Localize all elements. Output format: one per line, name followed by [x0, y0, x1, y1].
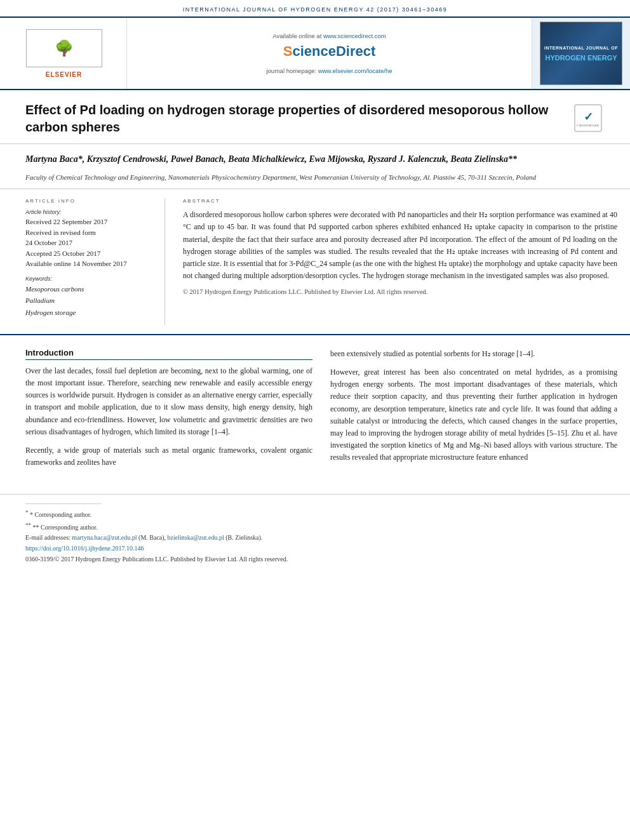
- authors-names: Martyna Baca*, Krzysztof Cendrowski, Paw…: [25, 152, 605, 167]
- journal-header-bar: INTERNATIONAL JOURNAL OF HYDROGEN ENERGY…: [0, 0, 630, 18]
- history-label: Article history:: [25, 209, 153, 215]
- abstract-label: ABSTRACT: [183, 198, 617, 204]
- journal-homepage: journal homepage: www.elsevier.com/locat…: [266, 67, 392, 74]
- keywords-label: Keywords:: [25, 276, 153, 282]
- keyword-1: Mesoporous carbons: [25, 283, 153, 295]
- abstract-paragraph: A disordered mesoporous hollow carbon sp…: [183, 209, 617, 282]
- intro-para-2: Recently, a wide group of materials such…: [25, 444, 312, 469]
- available-online-date: Available online 14 November 2017: [25, 258, 153, 269]
- journal-cover-area: INTERNATIONAL JOURNAL OF HYDROGEN ENERGY: [532, 18, 630, 89]
- received-date: Received 22 September 2017: [25, 217, 153, 227]
- abstract-col: ABSTRACT A disordered mesoporous hollow …: [183, 198, 617, 325]
- header-area: 🌳 ELSEVIER Available online at www.scien…: [0, 18, 630, 90]
- journal-title-top: INTERNATIONAL JOURNAL OF HYDROGEN ENERGY…: [183, 6, 448, 13]
- footer-emails: E-mail addresses: martyna.baca@zut.edu.p…: [25, 533, 605, 543]
- body-left: Introduction Over the last decades, foss…: [25, 348, 312, 476]
- body-area: Introduction Over the last decades, foss…: [0, 335, 630, 488]
- abstract-copyright: © 2017 Hydrogen Energy Publications LLC.…: [183, 287, 617, 298]
- footer-doi: https://doi.org/10.1016/j.ijhydene.2017.…: [25, 543, 605, 553]
- keyword-3: Hydrogen storage: [25, 307, 153, 319]
- sciencedirect-url[interactable]: www.sciencedirect.com: [323, 32, 386, 39]
- footnote-1: * * Corresponding author.: [25, 508, 605, 520]
- footer-copyright: 0360-3199/© 2017 Hydrogen Energy Publica…: [25, 556, 605, 563]
- email-link-1[interactable]: martyna.baca@zut.edu.pl: [72, 534, 137, 541]
- footnote-2: ** ** Corresponding author.: [25, 521, 605, 533]
- article-info-abstract: ARTICLE INFO Article history: Received 2…: [0, 189, 630, 335]
- intro-heading: Introduction: [25, 348, 312, 360]
- available-online-label: Available online at www.sciencedirect.co…: [272, 32, 385, 39]
- elsevier-label: ELSEVIER: [46, 71, 82, 78]
- article-history-group: Article history: Received 22 September 2…: [25, 209, 153, 269]
- sciencedirect-brand: ScienceDirect: [283, 43, 376, 60]
- email-link-2[interactable]: bzielinska@zut.edu.pl: [168, 534, 224, 541]
- cover-label: HYDROGEN ENERGY: [545, 54, 617, 62]
- crossmark-inner: ✓ CrossMark: [574, 104, 602, 132]
- elsevier-tree-icon: 🌳: [55, 39, 74, 57]
- intro-para-1: Over the last decades, fossil fuel deple…: [25, 365, 312, 438]
- body-right: been extensively studied as potential so…: [330, 348, 617, 476]
- authors-affiliation: Faculty of Chemical Technology and Engin…: [25, 172, 605, 183]
- cover-title: INTERNATIONAL JOURNAL OF: [544, 45, 618, 51]
- keyword-2: Palladium: [25, 295, 153, 307]
- article-title: Effect of Pd loading on hydrogen storage…: [25, 102, 561, 136]
- article-title-section: Effect of Pd loading on hydrogen storage…: [0, 90, 630, 144]
- received-revised-date: 24 October 2017: [25, 237, 153, 248]
- elsevier-logo-area: 🌳 ELSEVIER: [0, 18, 127, 89]
- keywords-list: Mesoporous carbons Palladium Hydrogen st…: [25, 283, 153, 319]
- elsevier-logo-box: 🌳: [26, 29, 102, 67]
- footer-divider: [25, 503, 102, 504]
- received-revised-label: Received in revised form: [25, 227, 153, 238]
- journal-homepage-url[interactable]: www.elsevier.com/locate/he: [318, 67, 392, 74]
- footer-area: * * Corresponding author. ** ** Correspo…: [0, 494, 630, 571]
- journal-cover: INTERNATIONAL JOURNAL OF HYDROGEN ENERGY: [540, 22, 622, 85]
- accepted-date: Accepted 25 October 2017: [25, 248, 153, 259]
- authors-section: Martyna Baca*, Krzysztof Cendrowski, Paw…: [0, 144, 630, 189]
- right-para-1: been extensively studied as potential so…: [330, 348, 617, 360]
- sciencedirect-area: Available online at www.sciencedirect.co…: [127, 18, 532, 89]
- crossmark-symbol: ✓: [584, 110, 593, 124]
- doi-link[interactable]: https://doi.org/10.1016/j.ijhydene.2017.…: [25, 545, 144, 552]
- article-title-text: Effect of Pd loading on hydrogen storage…: [25, 102, 561, 136]
- crossmark-label: CrossMark: [577, 124, 599, 127]
- right-para-2: However, great interest has been also co…: [330, 366, 617, 464]
- article-info: ARTICLE INFO Article history: Received 2…: [25, 198, 165, 325]
- article-info-label: ARTICLE INFO: [25, 198, 153, 204]
- abstract-text: A disordered mesoporous hollow carbon sp…: [183, 209, 617, 298]
- crossmark-badge: ✓ CrossMark: [574, 104, 605, 135]
- keywords-group: Keywords: Mesoporous carbons Palladium H…: [25, 276, 153, 319]
